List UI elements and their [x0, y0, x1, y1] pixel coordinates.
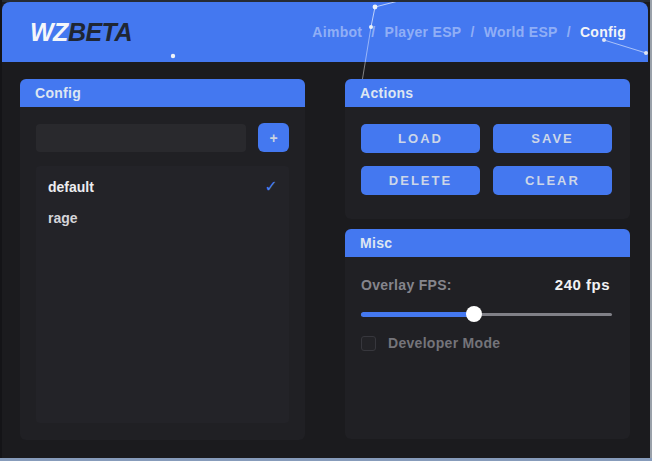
- nav-tab-aimbot[interactable]: Aimbot: [312, 24, 362, 40]
- window-edge-left: [0, 0, 2, 461]
- config-name-input[interactable]: [36, 124, 246, 152]
- app-logo: WZBETA: [30, 18, 132, 47]
- developer-mode-row: Developer Mode: [361, 335, 614, 351]
- logo-part-beta: BETA: [68, 18, 132, 46]
- developer-mode-checkbox[interactable]: [361, 336, 376, 351]
- slider-thumb[interactable]: [466, 306, 482, 322]
- actions-panel-header: Actions: [345, 79, 630, 107]
- main-nav: Aimbot / Player ESP / World ESP / Config: [312, 24, 626, 40]
- header-bar: WZBETA Aimbot / Player ESP / World ESP /…: [2, 2, 648, 62]
- slider-fill: [361, 312, 474, 317]
- config-name-label: rage: [48, 210, 78, 226]
- nav-tab-player-esp[interactable]: Player ESP: [385, 24, 462, 40]
- actions-panel-title: Actions: [360, 85, 413, 101]
- overlay-fps-value: 240 fps: [555, 276, 610, 293]
- config-panel-header: Config: [20, 79, 305, 107]
- nav-tab-config[interactable]: Config: [580, 24, 626, 40]
- config-panel-title: Config: [35, 85, 81, 101]
- config-list: default ✓ rage ✓: [36, 166, 289, 423]
- save-button[interactable]: SAVE: [493, 124, 612, 153]
- config-list-item-rage[interactable]: rage ✓: [36, 202, 289, 233]
- clear-button[interactable]: CLEAR: [493, 166, 612, 195]
- config-list-item-default[interactable]: default ✓: [36, 171, 289, 202]
- actions-button-grid: LOAD SAVE DELETE CLEAR: [361, 124, 612, 195]
- overlay-fps-slider[interactable]: [361, 306, 612, 322]
- actions-panel: Actions LOAD SAVE DELETE CLEAR: [345, 79, 630, 219]
- logo-part-wz: WZ: [30, 18, 68, 46]
- nav-separator: /: [567, 24, 571, 40]
- load-button[interactable]: LOAD: [361, 124, 480, 153]
- config-create-row: +: [36, 123, 289, 152]
- config-name-label: default: [48, 179, 94, 195]
- config-panel: Config + default ✓ rage ✓: [20, 79, 305, 440]
- misc-panel-title: Misc: [360, 235, 392, 251]
- misc-panel-header: Misc: [345, 229, 630, 257]
- check-icon: ✓: [265, 177, 278, 196]
- add-config-button[interactable]: +: [258, 123, 289, 152]
- nav-tab-world-esp[interactable]: World ESP: [484, 24, 558, 40]
- overlay-fps-label: Overlay FPS:: [361, 277, 452, 293]
- delete-button[interactable]: DELETE: [361, 166, 480, 195]
- nav-separator: /: [371, 24, 375, 40]
- window-edge-top: [0, 0, 652, 2]
- nav-separator: /: [470, 24, 474, 40]
- developer-mode-label: Developer Mode: [388, 335, 500, 351]
- misc-panel: Misc Overlay FPS: 240 fps Developer Mode: [345, 229, 630, 439]
- app-window: WZBETA Aimbot / Player ESP / World ESP /…: [0, 0, 652, 461]
- overlay-fps-row: Overlay FPS: 240 fps: [361, 276, 610, 293]
